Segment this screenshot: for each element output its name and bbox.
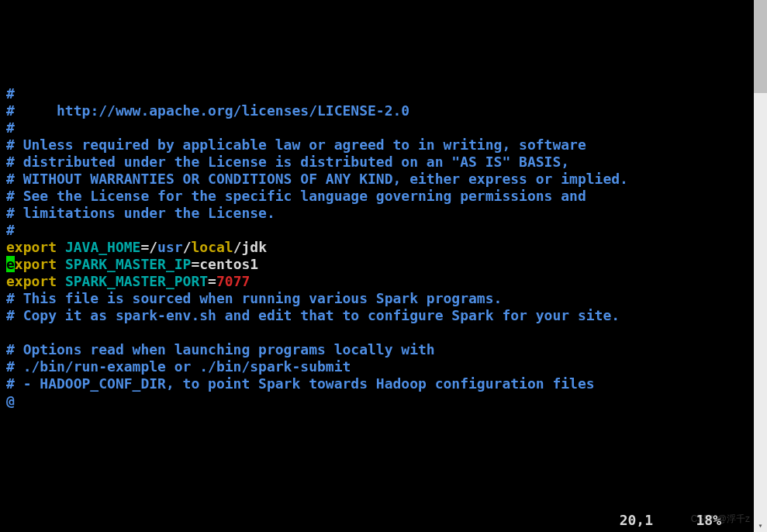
space [57,239,65,255]
comment-line: # ./bin/run-example or ./bin/spark-submi… [6,358,351,375]
scroll-down-icon[interactable]: ▾ [754,519,767,532]
equals: = [191,256,199,272]
equals-slash: =/ [140,239,157,255]
export-keyword: xport [15,256,57,272]
path-local: local [191,239,233,255]
watermark: CSDN@浮千z [691,510,750,527]
comment-line: # [6,85,15,102]
license-url: http://www.apache.org/licenses/LICENSE-2… [57,102,409,119]
comment-line: # WITHOUT WARRANTIES OR CONDITIONS OF AN… [6,171,628,187]
space [57,273,65,289]
slash: / [233,239,242,255]
val-centos1: centos1 [199,256,258,272]
comment-line: # This file is sourced when running vari… [6,290,502,306]
var-spark-master-ip: SPARK_MASTER_IP [65,256,192,272]
comment-line: # limitations under the License. [6,205,275,221]
export-keyword: export [6,239,57,255]
comment-line: # [6,222,15,238]
comment-line: # [6,119,15,136]
cursor: e [6,256,15,272]
scrollbar[interactable]: ▴ ▾ [754,0,767,532]
space [57,256,65,272]
comment-line: # Unless required by applicable law or a… [6,136,586,153]
comment-line: # See the License for the specific langu… [6,188,586,204]
slash: / [183,239,192,255]
path-jdk: jdk [242,239,268,255]
path-usr: usr [157,239,183,255]
var-spark-master-port: SPARK_MASTER_PORT [65,273,208,289]
comment-line: # - HADOOP_CONF_DIR, to point Spark towa… [6,375,595,392]
terminal-viewport[interactable]: # # http://www.apache.org/licenses/LICEN… [0,68,752,532]
val-7077: 7077 [216,273,250,289]
export-keyword: export [6,273,57,289]
vim-status-bar: 20,1 18% [0,512,752,529]
var-java-home: JAVA_HOME [65,239,141,255]
scrollbar-thumb[interactable] [754,0,767,93]
comment-line: # distributed under the License is distr… [6,154,569,170]
comment-line: # [6,102,57,119]
comment-line: # Options read when launching programs l… [6,341,435,358]
comment-line: # Copy it as spark-env.sh and edit that … [6,307,620,323]
at-marker: @ [6,392,15,409]
equals: = [208,273,216,289]
cursor-position: 20,1 [620,512,653,529]
